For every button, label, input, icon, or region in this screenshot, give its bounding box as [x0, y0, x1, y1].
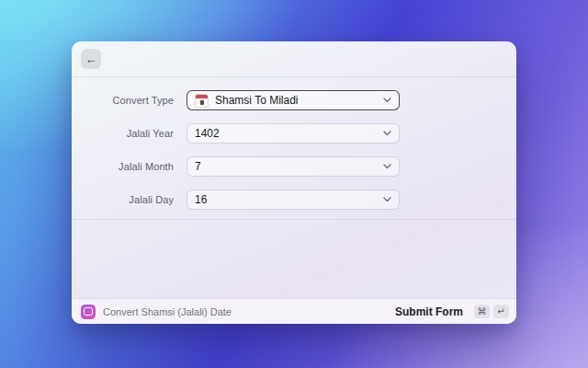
command-title: Convert Shamsi (Jalali) Date [103, 306, 395, 317]
back-button[interactable]: ← [81, 49, 101, 69]
form-row-convert-type: Convert Type Shamsi To Miladi [72, 90, 516, 110]
form-row-jalali-day: Jalali Day 16 [72, 190, 516, 210]
chevron-down-icon [383, 164, 391, 169]
convert-form: Convert Type Shamsi To Miladi Jalali Yea… [72, 77, 516, 220]
jalali-year-select[interactable]: 1402 [187, 123, 400, 144]
jalali-month-value: 7 [195, 160, 383, 173]
chevron-down-icon [383, 197, 391, 202]
action-bar: Convert Shamsi (Jalali) Date Submit Form… [72, 298, 516, 324]
jalali-year-label: Jalali Year [72, 128, 174, 139]
empty-content-area [72, 220, 516, 298]
jalali-day-value: 16 [195, 193, 383, 206]
calendar-emoji-icon [195, 94, 209, 108]
chevron-down-icon [383, 98, 391, 103]
jalali-day-label: Jalali Day [72, 194, 174, 205]
chevron-down-icon [383, 131, 391, 136]
convert-type-value: Shamsi To Miladi [215, 94, 383, 107]
command-key-icon[interactable]: ⌘ [474, 305, 490, 318]
arrow-left-icon: ← [85, 52, 97, 66]
jalali-day-select[interactable]: 16 [187, 190, 400, 210]
jalali-month-select[interactable]: 7 [187, 156, 400, 177]
form-row-jalali-month: Jalali Month 7 [72, 156, 516, 177]
jalali-month-label: Jalali Month [72, 161, 174, 172]
convert-type-label: Convert Type [72, 95, 174, 106]
window-header: ← [72, 41, 516, 77]
return-key-icon[interactable]: ↵ [493, 305, 509, 318]
convert-type-select[interactable]: Shamsi To Miladi [187, 90, 400, 110]
extension-logo-icon [81, 305, 96, 319]
submit-form-button[interactable]: Submit Form [395, 305, 463, 318]
converter-window: ← Convert Type Shamsi To Miladi Jalali Y… [72, 41, 516, 324]
jalali-year-value: 1402 [195, 127, 383, 140]
form-row-jalali-year: Jalali Year 1402 [72, 123, 516, 144]
